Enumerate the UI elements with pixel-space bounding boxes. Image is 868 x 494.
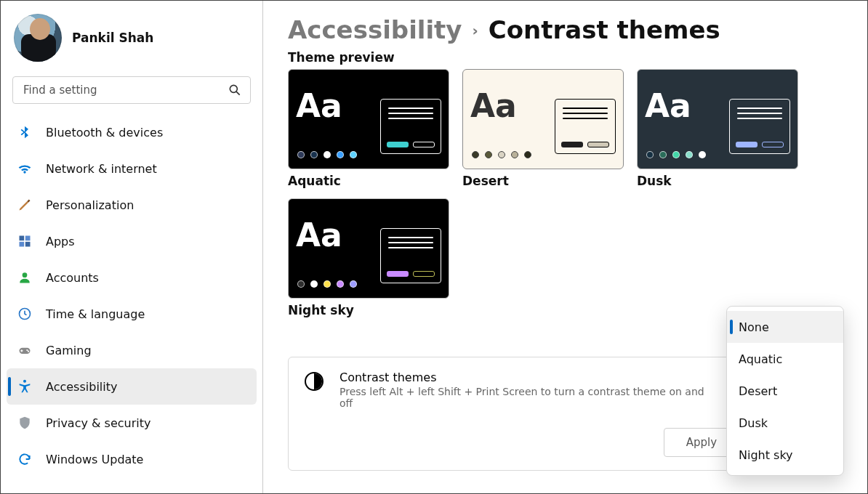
nav-apps[interactable]: Apps xyxy=(7,223,257,259)
theme-preview: Aa xyxy=(462,69,624,169)
color-dots xyxy=(297,280,357,288)
svg-rect-3 xyxy=(25,236,31,241)
mini-window xyxy=(380,99,441,154)
person-icon xyxy=(17,270,33,286)
contrast-icon xyxy=(305,372,324,391)
svg-rect-4 xyxy=(20,242,25,247)
theme-grid-row2: Aa Night sky xyxy=(288,198,860,317)
clock-icon xyxy=(17,306,33,322)
mini-window xyxy=(380,228,441,283)
sidebar: Pankil Shah Bluetooth & devices Network … xyxy=(1,1,262,493)
apps-icon xyxy=(17,233,33,249)
nav-label: Bluetooth & devices xyxy=(46,126,163,139)
svg-point-6 xyxy=(23,272,28,278)
nav-bluetooth[interactable]: Bluetooth & devices xyxy=(7,114,257,150)
aa-sample: Aa xyxy=(470,90,517,122)
nav-accessibility[interactable]: Accessibility xyxy=(7,368,257,405)
theme-card-dusk[interactable]: Aa Dusk xyxy=(637,69,798,188)
nav-gaming[interactable]: Gaming xyxy=(7,332,257,368)
wifi-icon xyxy=(17,161,33,177)
dropdown-option-aquatic[interactable]: Aquatic xyxy=(727,343,843,375)
nav-label: Network & internet xyxy=(46,162,157,176)
nav-time-language[interactable]: Time & language xyxy=(7,296,257,332)
theme-dropdown[interactable]: None Aquatic Desert Dusk Night sky xyxy=(726,306,844,476)
aa-sample: Aa xyxy=(296,90,342,122)
svg-point-10 xyxy=(28,351,29,352)
theme-card-aquatic[interactable]: Aa Aquatic xyxy=(288,69,449,188)
theme-label: Desert xyxy=(462,174,624,188)
gamepad-icon xyxy=(17,342,33,358)
nav-windows-update[interactable]: Windows Update xyxy=(7,441,257,477)
search-icon xyxy=(228,83,242,97)
nav-label: Personalization xyxy=(46,198,134,212)
breadcrumb-parent[interactable]: Accessibility xyxy=(288,15,462,44)
search-wrap xyxy=(12,76,251,104)
theme-label: Dusk xyxy=(637,174,798,188)
svg-rect-5 xyxy=(25,242,31,247)
shield-icon xyxy=(17,415,33,431)
svg-line-1 xyxy=(236,92,240,95)
refresh-icon xyxy=(17,451,33,467)
svg-point-0 xyxy=(230,85,237,92)
dropdown-option-none[interactable]: None xyxy=(727,311,843,343)
theme-label: Aquatic xyxy=(288,174,449,188)
search-input[interactable] xyxy=(12,76,251,104)
card-title: Contrast themes xyxy=(339,370,718,384)
nav-personalization[interactable]: Personalization xyxy=(7,187,257,223)
nav-network[interactable]: Network & internet xyxy=(7,150,257,187)
nav-label: Windows Update xyxy=(46,453,143,466)
nav-label: Accounts xyxy=(46,271,99,285)
bluetooth-icon xyxy=(17,124,33,140)
dropdown-option-desert[interactable]: Desert xyxy=(727,375,843,407)
theme-preview: Aa xyxy=(288,69,449,169)
nav: Bluetooth & devices Network & internet P… xyxy=(7,114,257,477)
theme-card-night-sky[interactable]: Aa Night sky xyxy=(288,198,449,317)
accessibility-icon xyxy=(17,378,33,394)
theme-label: Night sky xyxy=(288,303,449,317)
mini-window xyxy=(555,99,616,154)
theme-preview: Aa xyxy=(637,69,798,169)
aa-sample: Aa xyxy=(296,219,342,251)
nav-label: Time & language xyxy=(46,307,145,321)
dropdown-option-night-sky[interactable]: Night sky xyxy=(727,439,843,471)
mini-window xyxy=(729,99,790,154)
nav-label: Apps xyxy=(46,235,75,248)
avatar xyxy=(14,14,62,62)
breadcrumb-current: Contrast themes xyxy=(489,15,720,44)
nav-privacy[interactable]: Privacy & security xyxy=(7,405,257,441)
aa-sample: Aa xyxy=(645,90,691,122)
theme-card-desert[interactable]: Aa Desert xyxy=(462,69,624,188)
theme-grid: Aa Aquatic Aa Desert Aa Dusk xyxy=(288,69,860,188)
svg-point-9 xyxy=(26,349,28,351)
nav-label: Privacy & security xyxy=(46,416,150,430)
color-dots xyxy=(297,151,357,158)
svg-rect-2 xyxy=(20,236,25,241)
nav-label: Accessibility xyxy=(46,380,117,394)
svg-point-11 xyxy=(23,380,26,383)
user-name: Pankil Shah xyxy=(72,31,153,45)
color-dots xyxy=(646,151,706,158)
breadcrumb: Accessibility › Contrast themes xyxy=(288,15,860,44)
user-row[interactable]: Pankil Shah xyxy=(7,8,257,72)
nav-accounts[interactable]: Accounts xyxy=(7,259,257,296)
color-dots xyxy=(472,151,531,158)
brush-icon xyxy=(17,197,33,213)
nav-label: Gaming xyxy=(46,344,92,357)
theme-preview: Aa xyxy=(288,198,449,299)
card-desc: Press left Alt + left Shift + Print Scre… xyxy=(339,386,718,409)
section-label: Theme preview xyxy=(288,50,860,65)
dropdown-option-dusk[interactable]: Dusk xyxy=(727,407,843,439)
chevron-right-icon: › xyxy=(473,22,478,39)
